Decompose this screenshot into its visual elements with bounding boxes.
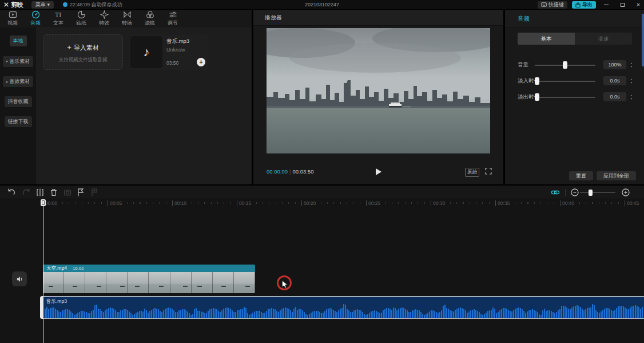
waveform-bar [134,314,135,318]
undo-icon[interactable] [7,188,16,197]
tab-speed[interactable]: 变速 [575,33,632,45]
media-tab-effects[interactable]: 特效 [93,10,116,27]
waveform-bar [124,309,125,318]
fade-out-slider[interactable] [535,97,595,98]
playhead-handle[interactable] [41,199,46,206]
fade-out-stepper[interactable]: ▴▾ [628,92,635,101]
media-tab-video[interactable]: 视频 [1,10,24,27]
waveform-bar [106,309,108,318]
menu-button[interactable]: 菜单 ▾ [31,1,54,9]
reset-button[interactable]: 重置 [569,171,593,180]
fade-in-value[interactable]: 0.0s [603,76,626,85]
ruler-label: 00:10 [172,200,186,206]
media-tab-audio[interactable]: 音频 [24,10,47,27]
sidebar-item-douyin-favorites[interactable]: 抖音收藏 [5,96,32,107]
zoom-out-icon[interactable] [570,188,579,197]
waveform-bar [513,310,514,318]
timeline-zoom-slider[interactable] [580,192,615,194]
shortcuts-button[interactable]: 快捷键 [538,1,567,9]
volume-slider[interactable] [535,65,595,66]
waveform-bar [53,307,54,318]
split-icon[interactable] [35,188,45,197]
window-edge-highlight [642,14,644,66]
timeline-tracks: 天空.mp4 16.6s 音乐.mp3 [0,207,644,343]
waveform-bar [228,308,229,318]
import-material-card[interactable]: +导入素材 支持视频文件提取音频 [43,34,123,70]
auto-beat-icon[interactable] [90,188,99,197]
play-button[interactable] [376,168,381,175]
waveform-bar [185,310,186,318]
timeline-zoom-handle[interactable] [589,190,593,196]
waveform-bar [582,309,583,318]
zoom-in-icon[interactable] [621,188,630,197]
fullscreen-icon[interactable] [485,168,492,175]
freeze-frame-icon[interactable] [63,188,72,197]
waveform-bar [360,310,361,318]
waveform-bar [456,309,458,318]
volume-stepper[interactable]: ▴▾ [628,60,635,69]
fade-out-value[interactable]: 0.0s [603,92,626,101]
waveform-bar [434,311,435,318]
mute-track-button[interactable] [12,271,27,286]
video-clip[interactable]: 天空.mp4 16.6s [43,265,255,293]
fade-in-slider[interactable] [535,81,595,82]
waveform-bar [566,307,567,318]
audio-clip[interactable]: 音乐.mp3 [40,296,644,319]
timeline-ruler[interactable]: 00:0000:0500:1000:1500:2000:2500:3000:35… [0,199,644,207]
sidebar-item-music-assets[interactable]: ▸音乐素材 [3,56,34,67]
fade-in-stepper[interactable]: ▴▾ [628,76,635,85]
fade-out-slider-handle[interactable] [535,93,539,101]
fade-in-slider-handle[interactable] [535,77,539,85]
timeline: 00:0000:0500:1000:1500:2000:2500:3000:35… [0,186,644,343]
waveform-bar [376,311,377,318]
waveform-bar [242,309,243,318]
sidebar-item-local[interactable]: 本地 [10,36,27,46]
tab-basic[interactable]: 基本 [518,33,575,45]
playhead[interactable] [43,199,43,343]
waveform-bar [372,311,373,318]
waveform-bar [475,310,476,318]
volume-slider-handle[interactable] [563,61,567,69]
redo-icon[interactable] [22,188,31,197]
waveform-bar [638,307,639,318]
add-to-timeline-button[interactable]: + [197,58,205,66]
delete-icon[interactable] [49,188,58,197]
media-tab-text[interactable]: TI文本 [47,10,70,27]
maximize-button[interactable] [617,0,628,9]
sidebar-item-sound-effects[interactable]: ▸音效素材 [3,76,34,87]
waveform-bar [477,311,478,318]
waveform-bar [522,309,523,318]
video-clip-header: 天空.mp4 16.6s [43,265,255,272]
link-tracks-icon[interactable] [551,188,560,197]
media-content: +导入素材 支持视频文件提取音频 ♪ 音乐.mp3 Unknow 03:50 + [36,27,252,184]
waveform-bar [118,312,120,318]
volume-value[interactable]: 100% [603,60,626,69]
music-asset-card[interactable]: ♪ 音乐.mp3 Unknow 03:50 + [129,34,209,70]
waveform-bar [299,309,300,318]
waveform-bar [86,312,87,318]
close-button[interactable]: × [633,0,644,9]
media-tab-filter[interactable]: 滤镜 [138,10,161,27]
waveform-bar [69,310,70,318]
waveform-bar [597,312,598,318]
waveform-bar [105,310,106,318]
waveform-bar [189,313,190,318]
waveform-bar [237,310,238,318]
sidebar-item-label: 链接下载 [8,118,29,125]
import-hint: 支持视频文件提取音频 [43,57,122,64]
media-tab-transition[interactable]: 转场 [116,10,138,27]
waveform-bar [640,309,641,318]
media-tab-adjust[interactable]: 调节 [161,10,184,27]
aspect-ratio-button[interactable]: 原始 [465,168,479,177]
waveform-bar [208,311,209,318]
export-button[interactable]: 导出 [572,1,596,9]
minimize-button[interactable] [601,0,612,9]
waveform-bar [420,312,422,318]
media-tab-sticker[interactable]: 贴纸 [70,10,93,27]
waveform-bar [537,312,538,318]
waveform-bar [353,310,355,318]
waveform-bar [530,310,531,318]
flag-mark-icon[interactable] [76,188,85,197]
apply-to-all-button[interactable]: 应用到全部 [597,171,636,180]
sidebar-item-link-download[interactable]: 链接下载 [5,116,32,127]
